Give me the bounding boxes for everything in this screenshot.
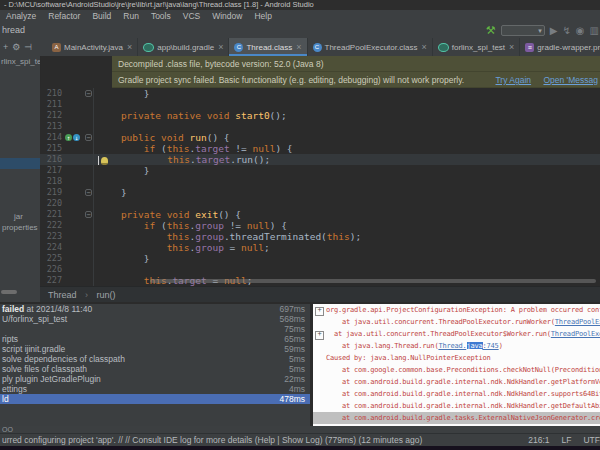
gradle-file-icon (438, 43, 449, 52)
nav-breadcrumb[interactable]: hread (2, 23, 25, 38)
editor-horizontal-scrollbar[interactable] (150, 279, 596, 283)
code-line-225[interactable]: 225 } (40, 253, 600, 264)
code-line-213[interactable]: 213 (40, 121, 600, 132)
stack-line[interactable]: at com.android.build.gradle.internal.ndk… (313, 376, 600, 388)
code-editor[interactable]: 210− }211212 private native void start0(… (40, 88, 600, 286)
menu-run[interactable]: Run (117, 10, 145, 23)
open-messages-link[interactable]: Open 'Messag (543, 75, 598, 85)
stack-line[interactable]: + at java.util.concurrent.ThreadPoolExec… (313, 328, 600, 340)
code-line-219[interactable]: 219− } (40, 187, 600, 198)
close-tab-icon[interactable]: × (127, 42, 132, 52)
close-tab-icon[interactable]: × (296, 42, 301, 52)
fold-icon[interactable]: − (85, 134, 92, 141)
run-config-select[interactable]: ▾ (501, 25, 545, 36)
build-hammer-icon[interactable]: ⚒ (486, 23, 496, 38)
stack-link[interactable]: Thread. (438, 342, 466, 350)
menu-window[interactable]: Window (206, 10, 248, 23)
fold-icon[interactable]: − (85, 211, 92, 218)
project-root-item[interactable]: rlinx_spi_test (1, 57, 41, 66)
run-button-icon[interactable]: ▶ (550, 23, 558, 38)
menu-help[interactable]: Help (248, 10, 277, 23)
stack-line[interactable]: Caused by: java.lang.NullPointerExceptio… (313, 352, 600, 364)
project-item-properties[interactable]: properties (2, 223, 38, 232)
menu-build[interactable]: Build (86, 10, 117, 23)
tab-app\build.gradle[interactable]: app\build.gradle× (138, 38, 229, 56)
build-row[interactable]: solve files of classpath5ms (0, 364, 310, 374)
code-line-214[interactable]: 214↑↓− public void run() { (40, 132, 600, 143)
code-line-216[interactable]: 216 this.target.run(); (40, 154, 600, 165)
fold-icon[interactable]: − (85, 90, 92, 97)
intention-bulb-icon[interactable] (101, 157, 108, 165)
status-message[interactable]: urred configuring project 'app'. // // C… (2, 434, 422, 446)
add-icon[interactable]: + (3, 42, 8, 52)
profiler-button-icon[interactable]: ▥ (590, 23, 599, 38)
expand-icon[interactable]: + (313, 304, 326, 316)
overrides-marker-icon[interactable]: ↑ (65, 134, 72, 141)
caret-position[interactable]: 216:1 (528, 434, 549, 446)
build-row-label: U/forlinx_spi_test (2, 314, 67, 324)
stack-line[interactable]: at com.android.build.gradle.internal.ndk… (313, 400, 600, 412)
stack-line[interactable]: at java.util.concurrent.ThreadPoolExecut… (313, 316, 600, 328)
close-tab-icon[interactable]: × (421, 42, 426, 52)
taskbar-sliver (0, 446, 600, 450)
stack-link[interactable]: java (467, 342, 483, 350)
project-selected-row[interactable] (0, 158, 40, 169)
code-line-223[interactable]: 223 this.group.threadTerminated(this); (40, 231, 600, 242)
line-number: 220 (40, 198, 65, 209)
build-row[interactable]: ld478ms (0, 394, 310, 404)
stack-line[interactable]: at com.android.build.gradle.tasks.Extern… (313, 412, 600, 424)
tab-forlinx_spi_test[interactable]: forlinx_spi_test× (433, 38, 521, 56)
build-row[interactable]: U/forlinx_spi_test568ms (0, 314, 310, 324)
breadcrumb-method[interactable]: run() (97, 290, 116, 300)
fold-icon[interactable]: − (85, 189, 92, 196)
code-line-218[interactable]: 218 (40, 176, 600, 187)
build-row[interactable]: ply plugin JetGradlePlugin22ms (0, 374, 310, 384)
build-row[interactable]: failed at 2021/4/8 11:40697ms (0, 304, 310, 314)
code-line-215[interactable]: 215 if (this.target != null) { (40, 143, 600, 154)
encoding[interactable]: UTF (583, 434, 600, 446)
menu-refactor[interactable]: Refactor (42, 10, 86, 23)
instant-run-icon[interactable]: ↯ (562, 23, 570, 38)
close-tab-icon[interactable]: × (218, 42, 223, 52)
try-again-link[interactable]: Try Again (495, 75, 531, 85)
decompiled-banner: Decompiled .class file, bytecode version… (112, 56, 600, 72)
project-scrollbar[interactable] (1, 290, 17, 294)
breadcrumb-class[interactable]: Thread (48, 290, 77, 300)
code-line-217[interactable]: 217 } (40, 165, 600, 176)
stack-link[interactable]: :745 (483, 342, 499, 350)
code-line-211[interactable]: 211 (40, 99, 600, 110)
build-row[interactable]: solve dependencies of classpath5ms (0, 354, 310, 364)
code-line-220[interactable]: 220 (40, 198, 600, 209)
stack-line[interactable]: +org.gradle.api.ProjectConfigurationExce… (313, 304, 600, 316)
stack-line[interactable]: at java.lang.Thread.run(Thread.java:745) (313, 340, 600, 352)
tab-gradle-wrapper.properties[interactable]: ≡gradle-wrapper.properties× (520, 38, 600, 56)
settings-gear-icon[interactable]: ⚙ (12, 42, 20, 52)
stack-line[interactable]: at com.android.build.gradle.internal.ndk… (313, 388, 600, 400)
menu-analyze[interactable]: Analyze (0, 10, 42, 23)
project-item-jar[interactable]: jar (14, 212, 23, 221)
code-line-221[interactable]: 221− private void exit() { (40, 209, 600, 220)
build-row[interactable]: ettings4ms (0, 384, 310, 394)
stack-link[interactable]: ThreadPoolExecu (551, 330, 600, 338)
close-tab-icon[interactable]: × (509, 42, 514, 52)
stack-link[interactable]: ThreadPoolExecut (555, 318, 600, 326)
menu-tools[interactable]: Tools (145, 10, 177, 23)
expand-icon[interactable]: + (313, 328, 326, 340)
code-line-222[interactable]: 222 if (this.group != null) { (40, 220, 600, 231)
overridden-marker-icon[interactable]: ↓ (73, 134, 80, 141)
tab-ThreadPoolExecutor.class[interactable]: CThreadPoolExecutor.class× (308, 38, 433, 56)
line-ending[interactable]: LF (562, 434, 572, 446)
code-line-212[interactable]: 212 private native void start0(); (40, 110, 600, 121)
stack-line[interactable]: at com.google.common.base.Preconditions.… (313, 364, 600, 376)
tab-MainActivity.java[interactable]: AMainActivity.java× (47, 38, 138, 56)
code-line-224[interactable]: 224 this.group = null; (40, 242, 600, 253)
build-row[interactable]: ripts65ms (0, 334, 310, 344)
code-line-210[interactable]: 210− } (40, 88, 600, 99)
code-line-226[interactable]: 226 (40, 264, 600, 275)
debug-button-icon[interactable]: ◉ (576, 23, 585, 38)
build-row[interactable]: script ijinit.gradle59ms (0, 344, 310, 354)
build-row[interactable]: 75ms (0, 324, 310, 334)
menu-vcs[interactable]: VCS (177, 10, 206, 23)
tab-Thread.class[interactable]: CThread.class× (229, 38, 307, 56)
hide-panel-icon[interactable]: ⊣ (24, 42, 32, 52)
